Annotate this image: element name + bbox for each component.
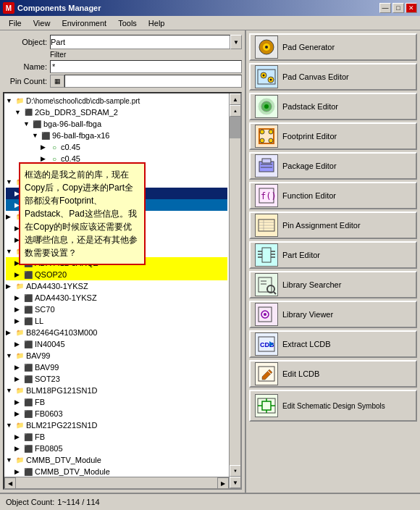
expand-icon[interactable]: ▶ [14,468,23,475]
scroll-down-button[interactable]: ▼ [230,477,241,488]
library-searcher-button[interactable]: Library Searcher [249,271,417,298]
expand-icon[interactable]: ▶ [6,283,14,290]
expand-icon[interactable]: ▶ [14,364,23,371]
package-editor-icon [255,154,278,177]
scroll-up-button[interactable]: ▲ [230,93,241,105]
expand-icon[interactable]: ▶ [6,213,14,220]
package-editor-button[interactable]: Package Editor [249,152,417,180]
expand-icon[interactable]: ▶ [14,294,23,301]
scroll-down-page-button[interactable]: ▼ [230,465,241,477]
main-layout: Object: ▼ Filter Name: Pin Count: ▦ [0,30,420,493]
tree-row[interactable]: ▶ ⬛ LL [6,315,227,327]
edit-lcdb-button[interactable]: Edit LCDB [249,360,417,388]
function-editor-label: Function Editor [282,191,336,200]
expand-icon[interactable]: ▶ [41,143,49,151]
expand-icon[interactable]: ▶ [14,375,23,382]
expand-icon[interactable]: ▼ [6,178,14,185]
tree-row[interactable]: ▶ ⬛ FB [6,396,227,408]
expand-icon[interactable]: ▶ [6,329,14,336]
tree-row[interactable]: ▶ ⬛ CMMB_DTV_Module [6,466,227,477]
pad-canvas-editor-button[interactable]: Pad Canvas Editor [249,63,417,91]
tree-row[interactable]: ▼ 📁 BAV99 [6,350,227,361]
name-input[interactable] [50,60,242,73]
node-label: BLM21PG221SN1D [26,421,97,430]
expand-icon[interactable]: ▼ [32,132,41,139]
tree-row[interactable]: ▼ ⬛ bga-96-ball-fbga [6,118,227,130]
node-label: c0.45 [61,143,80,151]
expand-icon[interactable]: ▼ [6,422,14,429]
menu-environment[interactable]: Environment [56,17,112,29]
footprint-editor-button[interactable]: Footprint Editor [249,122,417,150]
expand-icon[interactable]: ▶ [14,271,23,278]
object-count-value: 1~114 / 114 [57,498,99,506]
folder-icon: 📁 [14,421,25,430]
scroll-track[interactable] [230,117,240,465]
chip-icon: ⬛ [23,398,33,406]
tree-row[interactable]: ▼ 📁 BLM18PG121SN1D [6,385,227,396]
tree-row[interactable]: ▼ 📁 BLM21PG221SN1D [6,419,227,431]
tree-row[interactable]: ▶ ⬛ IN40045 [6,338,227,350]
extract-lcdb-button[interactable]: CDB Extract LCDB [249,330,417,358]
expand-icon[interactable]: ▼ [6,456,14,464]
expand-icon[interactable]: ▶ [14,445,23,452]
pin-assignment-editor-button[interactable]: Pin Assignment Editor [249,212,417,239]
tree-row[interactable]: ▶ 📁 ADA4430-1YKSZ [6,280,227,292]
part-editor-button[interactable]: Part Editor [249,241,417,269]
node-label: bga-96-ball-fbga [43,120,101,128]
tree-row[interactable]: ▶ ⬛ SC70 [6,304,227,315]
function-editor-button[interactable]: f() Function Editor [249,182,417,209]
expand-icon[interactable]: ▶ [41,155,49,162]
tree-row[interactable]: ▶ ⬛ SOT23 [6,373,227,385]
tree-row[interactable]: ▼ 📁 CMMB_DTV_Module [6,454,227,466]
scroll-left-button[interactable]: ◀ [4,477,16,489]
tree-row[interactable]: ▼ ⬛ 2Gb_DDR3_SDRAM_2 [6,106,227,118]
tree-row[interactable]: ▶ 📁 B82464G4103M000 [6,327,227,338]
tree-row[interactable]: ▶ ⬛ BAV99 [6,361,227,373]
expand-icon[interactable]: ▶ [14,398,23,406]
expand-icon[interactable]: ▶ [14,433,23,440]
menu-view[interactable]: View [28,17,56,29]
menu-file[interactable]: File [3,17,28,29]
horizontal-scrollbar[interactable]: ◀ ▶ [4,477,229,488]
expand-icon[interactable]: ▶ [14,340,23,348]
tree-row[interactable]: ▶ ⬛ FB0603 [6,408,227,419]
pad-canvas-editor-icon [255,65,278,88]
scroll-thumb[interactable] [230,117,240,138]
svg-point-5 [263,75,265,77]
expand-icon[interactable]: ▼ [14,109,23,116]
expand-icon[interactable]: ▼ [6,352,14,359]
expand-icon[interactable]: ▼ [6,387,14,394]
node-label: CMMB_DTV_Module [35,467,110,476]
object-dropdown-arrow[interactable]: ▼ [230,35,242,49]
expand-icon[interactable]: ▼ [6,97,14,104]
tree-row[interactable]: ▼ 📁 D:\home\school\cdb\cdb-sample.prt [6,95,227,106]
padstack-editor-button[interactable]: Padstack Editor [249,93,417,120]
tree-row[interactable]: ▶ ⬛ FB [6,431,227,443]
scroll-right-button[interactable]: ▶ [217,477,229,489]
minimize-button[interactable]: — [379,3,391,13]
menu-help[interactable]: Help [143,17,171,29]
expand-icon[interactable]: ▶ [14,410,23,417]
pincount-input[interactable] [64,75,242,88]
menu-tools[interactable]: Tools [112,17,143,29]
library-viewer-button[interactable]: Library Viewer [249,301,417,328]
expand-icon[interactable]: ▶ [14,306,23,313]
close-button[interactable]: ✕ [406,3,417,13]
pad-generator-button[interactable]: Pad Generator [249,33,417,61]
vertical-scrollbar[interactable]: ▲ ▲ ▼ ▼ [229,93,240,488]
scroll-up-page-button[interactable]: ▲ [230,105,241,117]
tree-row[interactable]: ▶ ⬛ QSOP20 [6,269,227,280]
tree-row[interactable]: ▼ ⬛ 96-ball-fbga-x16 [6,130,227,141]
padstack-editor-label: Padstack Editor [282,102,338,111]
tree-row[interactable]: ▶ ⬛ FB0805 [6,443,227,454]
edit-schematic-button[interactable]: Edit Schematic Design Symbols [249,390,417,422]
expand-icon[interactable]: ▶ [14,317,23,325]
h-scroll-track[interactable] [16,477,217,489]
object-dropdown[interactable] [50,35,230,49]
expand-icon[interactable]: ▼ [6,248,14,255]
expand-icon[interactable]: ▼ [23,120,32,128]
svg-rect-17 [262,159,271,163]
maximize-button[interactable]: □ [392,3,404,13]
tree-row[interactable]: ▶ ○ c0.45 [6,141,227,153]
tree-row[interactable]: ▶ ⬛ ADA4430-1YKSZ [6,292,227,304]
